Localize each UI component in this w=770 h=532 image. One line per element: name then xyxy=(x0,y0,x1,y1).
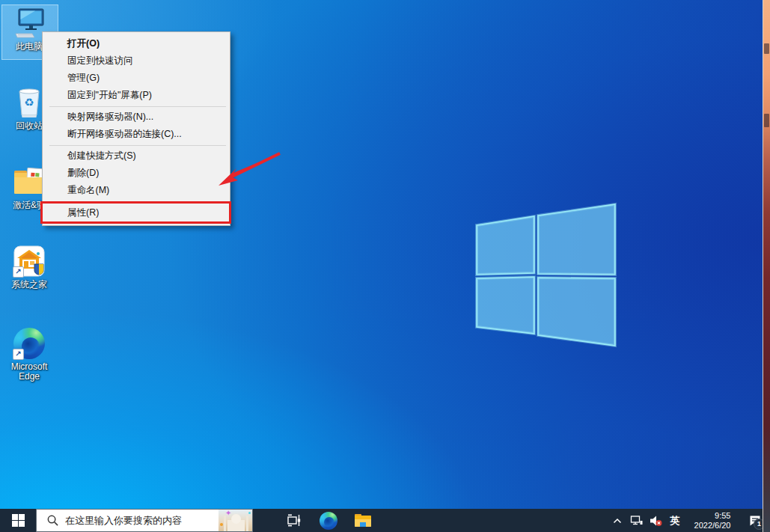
search-icon xyxy=(46,514,59,527)
search-highlights-image[interactable]: ✦ xyxy=(219,510,252,531)
menu-item-rename[interactable]: 重命名(M) xyxy=(43,182,230,199)
system-tray: 英 9:55 2022/6/20 1 xyxy=(608,509,770,532)
desktop-icon-xitongzhijia[interactable]: ↗ 系统之家 xyxy=(0,244,58,290)
network-icon xyxy=(630,515,643,526)
svg-text:♻: ♻ xyxy=(24,96,34,109)
clock-time: 9:55 xyxy=(694,511,731,521)
shortcut-arrow-overlay: ↗ xyxy=(13,266,24,278)
menu-item-manage[interactable]: 管理(G) xyxy=(43,70,230,87)
context-menu: 打开(O) 固定到快速访问 管理(G) 固定到"开始"屏幕(P) 映射网络驱动器… xyxy=(42,31,230,226)
taskbar-search-box[interactable]: 在这里输入你要搜索的内容 ✦ xyxy=(36,509,253,532)
icon-label: 系统之家 xyxy=(11,280,47,290)
shortcut-arrow-overlay: ↗ xyxy=(13,349,24,360)
minaret-shape xyxy=(246,516,248,531)
icon-label: Microsoft Edge xyxy=(11,362,48,382)
menu-item-disconnect-network-drive[interactable]: 断开网络驱动器的连接(C)... xyxy=(43,126,230,143)
menu-item-pin-to-start[interactable]: 固定到"开始"屏幕(P) xyxy=(43,87,230,104)
icon-label: 回收站 xyxy=(16,121,43,131)
volume-muted-icon xyxy=(649,515,662,527)
menu-item-open[interactable]: 打开(O) xyxy=(43,35,230,52)
file-explorer-icon xyxy=(354,513,372,528)
taskbar-edge-button[interactable] xyxy=(311,509,346,532)
tray-chevron-button[interactable] xyxy=(608,509,626,532)
ime-language-indicator[interactable]: 英 xyxy=(665,509,685,532)
windows-logo-icon xyxy=(12,514,25,527)
decor-dot xyxy=(220,523,223,526)
edge-logo-icon: ↗ xyxy=(12,326,46,361)
menu-item-properties[interactable]: 属性(R) xyxy=(43,204,230,222)
minaret-shape xyxy=(224,516,226,531)
desktop: 此电脑 ♻ 回收站 激活& xyxy=(0,0,770,532)
start-button[interactable] xyxy=(0,509,36,532)
menu-item-map-network-drive[interactable]: 映射网络驱动器(N)... xyxy=(43,108,230,126)
right-edge-window-sliver xyxy=(763,0,770,532)
menu-item-delete[interactable]: 删除(D) xyxy=(43,165,230,182)
clock-date: 2022/6/20 xyxy=(694,521,731,531)
xitongzhijia-icon: ↗ xyxy=(12,244,46,278)
task-view-button[interactable] xyxy=(277,509,311,532)
dome-shape xyxy=(231,514,241,524)
taskbar-file-explorer-button[interactable] xyxy=(346,509,380,532)
chevron-up-icon xyxy=(613,518,622,524)
tray-volume-button[interactable] xyxy=(646,509,665,532)
task-view-icon xyxy=(287,513,302,528)
menu-item-pin-quick-access[interactable]: 固定到快速访问 xyxy=(43,52,230,70)
icon-label: 激活&驱 xyxy=(13,201,46,210)
sliver-artifact xyxy=(764,114,769,127)
desktop-icon-microsoft-edge[interactable]: ↗ Microsoft Edge xyxy=(0,326,58,382)
taskbar: 在这里输入你要搜索的内容 ✦ xyxy=(0,509,770,532)
sparkle-icon: ✦ xyxy=(225,510,231,517)
menu-item-create-shortcut[interactable]: 创建快捷方式(S) xyxy=(43,147,230,165)
icon-label: 此电脑 xyxy=(16,42,43,52)
taskbar-clock[interactable]: 9:55 2022/6/20 xyxy=(685,509,740,532)
search-placeholder: 在这里输入你要搜索的内容 xyxy=(65,514,182,528)
decor-dot xyxy=(248,512,251,514)
tray-network-button[interactable] xyxy=(626,509,646,532)
edge-logo-icon xyxy=(320,512,337,530)
sliver-artifact xyxy=(764,43,769,54)
